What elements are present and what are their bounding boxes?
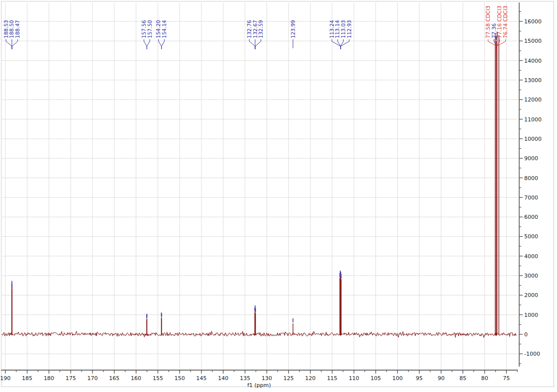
y-tick-label: 16000	[524, 18, 542, 25]
x-tick-label: 75	[503, 375, 510, 382]
peak-label: 157.56	[141, 20, 147, 38]
peak-label: 132.76	[246, 20, 252, 38]
y-tick-label: 7000	[524, 195, 538, 201]
x-tick-label: 165	[109, 375, 119, 382]
x-tick-label: 135	[240, 375, 250, 382]
y-tick-label: 3000	[524, 273, 538, 279]
y-tick-label: 10000	[524, 136, 542, 142]
x-tick-label: 160	[131, 375, 141, 382]
x-tick-label: 145	[196, 375, 207, 382]
peak-label: 113.03	[340, 20, 346, 38]
x-tick-label: 180	[44, 375, 54, 382]
peak-markers	[12, 36, 496, 322]
y-tick-label: 8000	[524, 175, 538, 182]
peak-label: 113.14	[334, 20, 340, 38]
y-tick-label: 4000	[524, 253, 538, 260]
peak-label: 154.20	[155, 20, 161, 38]
peak-label: 188.47	[14, 20, 20, 38]
peak-label: 188.53	[3, 20, 9, 38]
y-tick-label: 15000	[524, 38, 542, 44]
y-tick-label: 5000	[524, 233, 538, 240]
x-tick-label: 100	[392, 375, 403, 382]
x-tick-label: 90	[438, 375, 445, 382]
peak-label: 77.58 CDCl3	[485, 5, 491, 38]
grid-layer	[1, 2, 518, 370]
peak-label: 77.36	[491, 23, 497, 38]
x-tick-label: 115	[327, 375, 337, 382]
y-tick-label: 6000	[524, 214, 538, 220]
x-tick-label: 125	[283, 375, 294, 382]
y-tick-label: 12000	[524, 97, 542, 103]
x-axis-title: f1 (ppm)	[247, 382, 271, 389]
peak-labels: 188.53188.50188.47157.56157.50154.20154.…	[3, 5, 508, 38]
x-tick-label: 105	[371, 375, 381, 382]
peak-label: 123.99	[290, 20, 296, 38]
x-tick-label: 175	[66, 375, 76, 382]
x-tick-label: 150	[175, 375, 185, 382]
x-tick-label: 185	[22, 375, 32, 382]
x-tick-label: 120	[305, 375, 316, 382]
y-tick-label: 9000	[524, 155, 538, 162]
peak-label: 132.59	[258, 20, 264, 38]
spectrum-trace	[1, 31, 516, 337]
x-tick-label: 85	[460, 375, 466, 382]
peak-label: 112.93	[346, 20, 352, 38]
x-tick-label: 155	[153, 375, 163, 382]
axes: 1901851801751701651601551501451401351301…	[0, 2, 542, 382]
peak-label: 154.14	[161, 20, 167, 38]
peak-label: 132.67	[252, 20, 258, 38]
y-tick-label: 0	[524, 331, 528, 338]
nmr-spectrum-plot: 188.53188.50188.47157.56157.50154.20154.…	[0, 0, 557, 392]
x-tick-label: 130	[262, 375, 272, 382]
y-tick-label: 1000	[524, 312, 538, 318]
y-tick-label: -1000	[524, 351, 540, 357]
x-tick-label: 110	[349, 375, 359, 382]
peak-label: 76.74 CDCl3	[502, 5, 508, 38]
peak-label: 113.24	[329, 20, 335, 38]
x-tick-label: 190	[0, 375, 10, 382]
y-tick-label: 2000	[524, 292, 538, 298]
x-tick-label: 80	[481, 375, 488, 382]
peak-label: 157.50	[147, 20, 153, 38]
y-tick-label: 13000	[524, 77, 542, 84]
x-tick-label: 140	[218, 375, 228, 382]
peak-label: 188.50	[8, 20, 14, 38]
peak-label: 77.16 CDCl3	[496, 5, 502, 38]
x-tick-label: 170	[87, 375, 97, 382]
y-tick-label: 14000	[524, 58, 542, 64]
x-tick-label: 95	[416, 375, 423, 382]
y-tick-label: 11000	[524, 116, 542, 123]
